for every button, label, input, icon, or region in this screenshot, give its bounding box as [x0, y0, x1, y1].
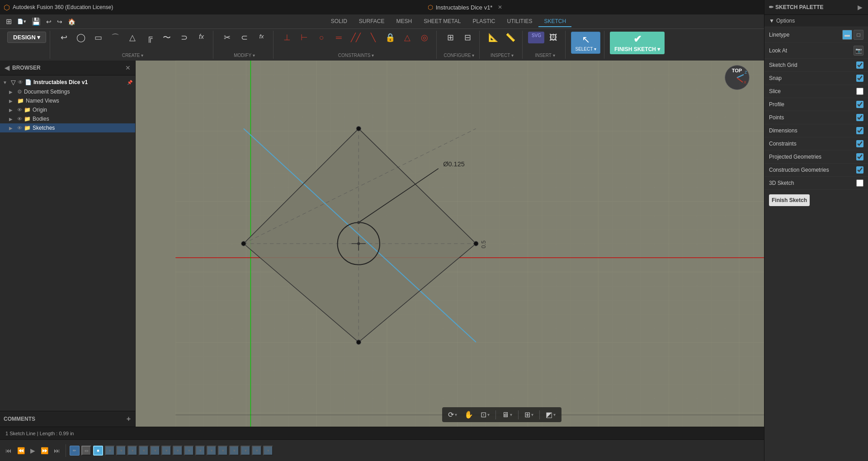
- collinear-button[interactable]: ⊢: [296, 32, 312, 43]
- section-button[interactable]: 📏: [502, 32, 519, 43]
- sketch-grid-checkbox[interactable]: [856, 61, 863, 69]
- tree-item-named-views[interactable]: ▶ 📁 Named Views: [0, 96, 135, 105]
- dimensions-checkbox[interactable]: [856, 127, 863, 134]
- insert-image-button[interactable]: 🖼: [545, 32, 561, 43]
- conic-tool-button[interactable]: ⊃: [176, 32, 192, 43]
- construction-checkbox[interactable]: [856, 166, 863, 174]
- parallel-button[interactable]: ╱╱: [348, 32, 364, 43]
- undo-button[interactable]: ↩: [44, 17, 54, 27]
- timeline-item-2[interactable]: ▭: [81, 446, 91, 456]
- browser-collapse-icon[interactable]: ◀: [4, 63, 10, 72]
- status-bar: 1 Sketch Line | Length : 0.99 in: [0, 427, 868, 439]
- tl-7[interactable]: ▾: [173, 446, 183, 456]
- tree-item-root[interactable]: ▼ ▽ 👁 📄 Instructables Dice v1 📌: [0, 77, 135, 87]
- tl-5[interactable]: ▾: [150, 446, 160, 456]
- tree-pin-icon[interactable]: 📌: [127, 80, 132, 85]
- save-button[interactable]: 💾: [29, 16, 43, 27]
- measure-button[interactable]: 📐: [485, 32, 501, 43]
- svg-line-9: [359, 244, 476, 342]
- timeline-item-active[interactable]: ■: [93, 446, 103, 456]
- pan-button[interactable]: ✋: [462, 409, 476, 420]
- add-comment-button[interactable]: +: [126, 414, 132, 424]
- palette-row-3d-sketch: 3D Sketch: [764, 177, 868, 190]
- circle-tool-button[interactable]: ◯: [73, 32, 89, 43]
- polygon-tool-button[interactable]: △: [124, 32, 141, 43]
- tangent-button[interactable]: △: [399, 32, 415, 43]
- tl-8[interactable]: ▾: [184, 446, 194, 456]
- view-cube-button[interactable]: ◩▾: [543, 409, 558, 420]
- equation-tool-button[interactable]: fx: [193, 32, 209, 43]
- select-button[interactable]: ↖ SELECT ▾: [571, 32, 600, 54]
- points-checkbox[interactable]: [856, 114, 863, 121]
- offset-tool-button[interactable]: ╔: [142, 32, 158, 43]
- profile-checkbox[interactable]: [856, 101, 863, 108]
- home-button[interactable]: 🏠: [66, 17, 78, 27]
- orbit-button[interactable]: ⟳▾: [446, 409, 459, 420]
- tl-9[interactable]: ▾: [195, 446, 205, 456]
- design-dropdown-button[interactable]: DESIGN ▾: [7, 32, 46, 43]
- slice-checkbox[interactable]: [856, 88, 863, 95]
- constraints-checkbox[interactable]: [856, 140, 863, 147]
- tab-utilities[interactable]: UTILITIES: [501, 16, 538, 27]
- tree-item-doc-settings[interactable]: ▶ ⚙ Document Settings: [0, 87, 135, 96]
- tree-eye-origin: 👁: [17, 107, 22, 113]
- insert-svg-button[interactable]: SVG: [528, 32, 544, 43]
- tree-item-sketches[interactable]: ▶ 👁 📁 Sketches: [0, 123, 135, 132]
- close-document-button[interactable]: ✕: [495, 3, 505, 11]
- sketch-settings-button[interactable]: ⊞: [442, 32, 458, 43]
- viewport[interactable]: Ø0.125 0.5 5 TOP Z X: [136, 61, 868, 427]
- tree-item-origin[interactable]: ▶ 👁 📁 Origin: [0, 105, 135, 114]
- tab-plastic[interactable]: PLASTIC: [467, 16, 500, 27]
- extend-tool-button[interactable]: ⊂: [236, 32, 252, 43]
- zoom-fit-button[interactable]: ⊡▾: [478, 409, 492, 420]
- equal-button[interactable]: ◎: [416, 32, 433, 43]
- spline-tool-button[interactable]: 〜: [159, 32, 175, 43]
- tab-sketch[interactable]: SKETCH: [538, 16, 571, 27]
- timeline-prev-button[interactable]: ⏪: [15, 445, 27, 456]
- redo-button[interactable]: ↪: [55, 17, 65, 27]
- tl-3[interactable]: ▾: [127, 446, 137, 456]
- grid-menu-icon[interactable]: ⊞: [4, 16, 14, 27]
- tl-11[interactable]: ▾: [218, 446, 228, 456]
- midpoint-button[interactable]: ═: [330, 32, 347, 43]
- perpendicular-button[interactable]: ╲: [365, 32, 381, 43]
- projected-checkbox[interactable]: [856, 153, 863, 160]
- display-mode-button[interactable]: 🖥▾: [500, 409, 514, 420]
- tl-10[interactable]: ▾: [207, 446, 217, 456]
- tree-icon-gear: ⚙: [17, 89, 22, 95]
- finish-sketch-button[interactable]: ✔ FINISH SKETCH ▾: [610, 32, 665, 54]
- tl-14[interactable]: ▾: [252, 446, 262, 456]
- timeline-end-button[interactable]: ⏭: [52, 445, 62, 456]
- timeline-play-button[interactable]: ▶: [28, 445, 37, 456]
- table-button[interactable]: ⊟: [459, 32, 476, 43]
- tl-1[interactable]: ▾: [105, 446, 115, 456]
- coincident-button[interactable]: ⊥: [279, 32, 295, 43]
- tab-sheet-metal[interactable]: SHEET METAL: [418, 16, 466, 27]
- tl-13[interactable]: ▾: [241, 446, 250, 456]
- timeline-start-button[interactable]: ⏮: [4, 445, 14, 456]
- timeline-sketch-icon-1[interactable]: ✏: [70, 446, 80, 456]
- trim-tool-button[interactable]: ✂: [219, 32, 235, 43]
- tab-solid[interactable]: SOLID: [326, 16, 353, 27]
- palette-finish-sketch-button[interactable]: Finish Sketch: [769, 194, 810, 206]
- arc-tool-button[interactable]: ⌒: [107, 32, 123, 43]
- 3d-sketch-checkbox[interactable]: [856, 179, 863, 187]
- tab-surface[interactable]: SURFACE: [354, 16, 390, 27]
- grid-display-button[interactable]: ⊞▾: [522, 409, 536, 420]
- tl-2[interactable]: ▾: [116, 446, 126, 456]
- tree-item-bodies[interactable]: ▶ 👁 📁 Bodies: [0, 114, 135, 123]
- file-menu-button[interactable]: 📄▾: [15, 17, 28, 26]
- tl-6[interactable]: ▾: [161, 446, 171, 456]
- timeline-next-button[interactable]: ⏩: [39, 445, 50, 456]
- fix-button[interactable]: 🔒: [382, 32, 398, 43]
- tl-4[interactable]: ▾: [139, 446, 149, 456]
- tl-15[interactable]: ▾: [263, 446, 273, 456]
- concentric-button[interactable]: ○: [313, 32, 330, 43]
- snap-checkbox[interactable]: [856, 75, 863, 82]
- tab-mesh[interactable]: MESH: [391, 16, 418, 27]
- param-tool-button[interactable]: fx: [253, 32, 269, 43]
- browser-close-icon[interactable]: ✕: [124, 63, 132, 72]
- rectangle-tool-button[interactable]: ▭: [90, 32, 106, 43]
- tl-12[interactable]: ▾: [229, 446, 239, 456]
- line-tool-button[interactable]: ↩: [56, 32, 72, 43]
